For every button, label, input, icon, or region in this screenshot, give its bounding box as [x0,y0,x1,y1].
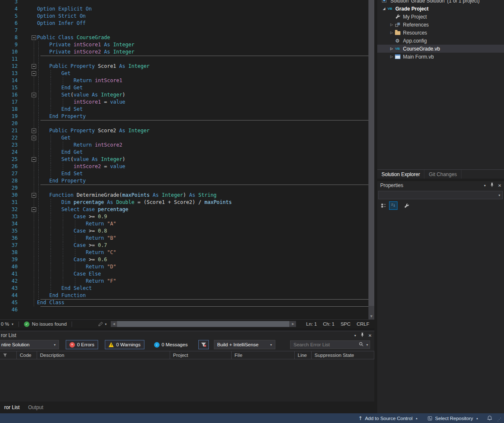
fold-collapse-icon[interactable] [32,71,36,76]
error-list-search-input[interactable]: Search Error List ▾ [290,340,370,349]
add-to-source-control-button[interactable]: ↑ Add to Source Control ▴ [353,413,423,423]
fold-collapse-icon[interactable] [32,93,36,97]
tab-git-changes[interactable]: Git Changes [424,170,461,179]
code-line-3[interactable]: 3 [0,0,368,5]
errors-filter-button[interactable]: ✕ 0 Errors [66,340,98,349]
chevron-expanded-icon[interactable]: ◢ [381,7,387,11]
categorized-button[interactable] [379,201,388,210]
scrollbar-thumb[interactable] [368,0,374,306]
code-line-8[interactable]: 8Public Class CourseGrade [0,34,368,41]
column-description[interactable]: Description [37,351,170,359]
code-line-31[interactable]: 31Dim percentage As Double = (Score1 + S… [0,199,368,206]
code-line-20[interactable]: 20 [0,120,368,127]
properties-header[interactable]: Properties ▾ ✕ [377,181,504,190]
code-line-40[interactable]: 40Return "D" [0,263,368,270]
fold-collapse-icon[interactable] [32,136,36,140]
warnings-filter-button[interactable]: 0 Warnings [105,340,144,349]
code-line-30[interactable]: 30Function DetermineGrade(maxPoints As I… [0,192,368,199]
code-line-9[interactable]: 9Private intScore1 As Integer [0,41,368,48]
chevron-collapsed-icon[interactable]: ▷ [389,47,394,51]
code-line-23[interactable]: 23Return intScore2 [0,142,368,149]
close-icon[interactable]: ✕ [368,333,372,338]
column-line[interactable]: Line [295,351,312,359]
column-file[interactable]: File [232,351,295,359]
zoom-control[interactable]: 0 % ▾ [0,320,16,328]
fold-collapse-icon[interactable] [32,35,36,40]
fold-collapse-icon[interactable] [32,193,36,198]
column-project[interactable]: Project [170,351,232,359]
filter-button[interactable] [198,340,209,349]
code-line-34[interactable]: 34Return "A" [0,220,368,228]
chevron-collapsed-icon[interactable]: ▷ [389,31,394,35]
tree-item-app-config[interactable]: ⚙App.config [377,37,504,45]
code-area[interactable]: 34Option Explicit On5Option Strict On6Op… [0,0,368,319]
tree-item-coursegrade-vb[interactable]: ▷VBCourseGrade.vb [377,45,504,53]
document-health-indicator[interactable]: ✓ No issues found [21,321,69,327]
code-line-46[interactable]: 46 [0,306,368,313]
code-line-45[interactable]: 45End Class [0,299,368,306]
vertical-splitter[interactable] [374,0,377,413]
code-line-4[interactable]: 4Option Explicit On [0,5,368,13]
close-icon[interactable]: ✕ [498,183,501,188]
fold-collapse-icon[interactable] [32,207,36,212]
code-line-17[interactable]: 17intScore1 = value [0,99,368,106]
search-icon[interactable] [359,342,364,348]
code-line-36[interactable]: 36Return "B" [0,235,368,242]
code-line-44[interactable]: 44End Function [0,292,368,299]
fold-collapse-icon[interactable] [32,64,36,69]
code-line-33[interactable]: 33Case >= 0.9 [0,213,368,220]
tree-item-main-form-vb[interactable]: ▷Main Form.vb [377,53,504,61]
property-pages-button[interactable] [402,201,411,210]
scroll-down-arrow-icon[interactable]: ▼ [368,313,374,319]
code-cleanup-button[interactable]: ▾ [98,321,107,327]
code-line-16[interactable]: 16Set(value As Integer) [0,91,368,99]
error-list-header[interactable]: ror List ▾ ✕ [0,331,374,340]
code-line-35[interactable]: 35Case >= 0.8 [0,228,368,235]
code-line-43[interactable]: 43End Select [0,285,368,292]
select-repository-button[interactable]: Select Repository ▴ [422,413,483,423]
code-line-14[interactable]: 14Return intScore1 [0,77,368,84]
tab-ror-list[interactable]: ror List [1,403,23,412]
fold-collapse-icon[interactable] [32,129,36,133]
scrollbar-thumb[interactable] [117,321,289,327]
code-line-26[interactable]: 26intScore2 = value [0,163,368,170]
scroll-right-arrow-icon[interactable]: ▶ [290,321,296,327]
code-line-5[interactable]: 5Option Strict On [0,13,368,20]
tree-item-resources[interactable]: ▷Resources [377,29,504,37]
code-line-39[interactable]: 39Case >= 0.6 [0,256,368,263]
editor-horizontal-scrollbar[interactable]: ◀ ▶ [111,321,296,327]
tree-item-references[interactable]: ▷References [377,21,504,29]
code-line-24[interactable]: 24End Get [0,149,368,156]
code-line-7[interactable]: 7 [0,27,368,34]
editor-vertical-scrollbar[interactable]: ▼ [368,0,374,319]
chevron-collapsed-icon[interactable]: ▷ [389,23,394,27]
tab-output[interactable]: Output [25,403,47,412]
code-line-21[interactable]: 21Public Property Score2 As Integer [0,127,368,134]
fold-collapse-icon[interactable] [32,157,36,162]
chevron-collapsed-icon[interactable]: ▷ [389,55,394,59]
window-menu-icon[interactable]: ▾ [484,184,486,187]
source-filter-dropdown[interactable]: Build + IntelliSense ▾ [214,340,275,349]
tree-item-grade-project[interactable]: ◢VBGrade Project [377,5,504,13]
code-line-18[interactable]: 18End Set [0,106,368,113]
code-line-42[interactable]: 42Return "F" [0,278,368,285]
code-line-41[interactable]: 41Case Else [0,270,368,278]
error-list-body[interactable] [0,359,374,402]
code-line-12[interactable]: 12Public Property Score1 As Integer [0,63,368,70]
code-line-6[interactable]: 6Option Infer Off [0,20,368,27]
code-line-37[interactable]: 37Case >= 0.7 [0,242,368,249]
alphabetical-sort-button[interactable] [389,201,397,210]
tree-item-solution[interactable]: Solution 'Grade Solution' (1 of 1 projec… [377,0,504,5]
tab-solution-explorer[interactable]: Solution Explorer [377,170,424,179]
code-line-29[interactable]: 29 [0,185,368,192]
code-line-28[interactable]: 28End Property [0,177,368,185]
resize-grip[interactable]: ⋰ [497,417,501,422]
code-line-11[interactable]: 11 [0,56,368,63]
window-menu-icon[interactable]: ▾ [355,334,356,337]
code-line-38[interactable]: 38Return "C" [0,249,368,256]
tree-item-my-project[interactable]: My Project [377,13,504,21]
code-line-32[interactable]: 32Select Case percentage [0,206,368,213]
column-suppression-state[interactable]: Suppression State [312,351,374,359]
code-line-13[interactable]: 13Get [0,70,368,77]
notifications-bell-icon[interactable] [487,415,492,421]
